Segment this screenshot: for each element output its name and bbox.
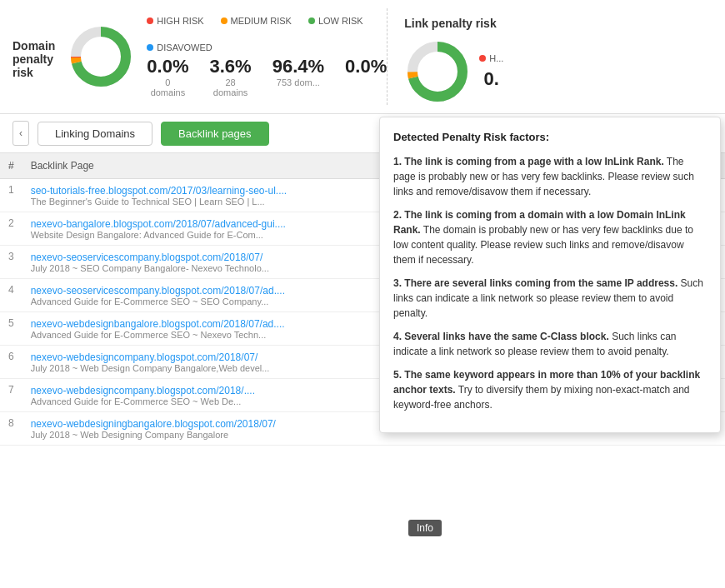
penalty-popup: Detected Penalty Risk factors: 1. The li… xyxy=(379,117,721,433)
backlink-desc: Website Design Bangalore: Advanced Guide… xyxy=(31,230,410,240)
backlink-desc: July 2018 ~ Web Design Company Bangalore… xyxy=(31,363,410,373)
low-risk-dot xyxy=(308,17,315,24)
link-legend-high: H... xyxy=(479,53,503,63)
popup-factors: 1. The link is coming from a page with a… xyxy=(393,154,707,412)
penalty-factor: 5. The same keyword appears in more than… xyxy=(393,367,707,412)
row-number: 4 xyxy=(0,279,22,312)
backlink-page-cell: nexevo-webdesigncompany.blogspot.com/201… xyxy=(22,346,418,379)
col-num: # xyxy=(0,153,22,179)
link-risk-section: Link penalty risk H... 0. xyxy=(387,8,712,105)
high-risk-dot xyxy=(147,17,153,24)
domain-risk-donut xyxy=(68,23,134,90)
info-tooltip: Info xyxy=(408,520,442,536)
tab-linking-domains[interactable]: Linking Domains xyxy=(38,122,152,146)
backlink-url[interactable]: nexevo-webdesigncompany.blogspot.com/201… xyxy=(31,351,258,363)
backlink-desc: Advanced Guide for E-Commerce SEO ~ Nexe… xyxy=(31,330,410,340)
link-risk-title: Link penalty risk xyxy=(404,8,503,34)
factor-number: 3. xyxy=(393,277,404,289)
backlink-page-cell: nexevo-webdesigncompany.blogspot.com/201… xyxy=(22,379,418,412)
domain-risk-stats: 0.0% 0 domains 3.6% 28 domains 96.4% 753… xyxy=(147,56,387,97)
factor-bold: Several links have the same C-Class bloc… xyxy=(404,331,608,342)
factor-number: 4. xyxy=(393,331,404,342)
nav-prev-button[interactable]: ‹ xyxy=(12,121,29,146)
backlink-page-cell: nexevo-seoservicescompany.blogspot.com/2… xyxy=(22,279,418,312)
row-number: 5 xyxy=(0,312,22,346)
backlink-desc: Advanced Guide for E-Commerce SEO ~ Web … xyxy=(31,396,410,406)
backlink-url[interactable]: seo-tutorials-free.blogspot.com/2017/03/… xyxy=(31,185,288,197)
backlink-page-cell: nexevo-webdesignbangalore.blogspot.com/2… xyxy=(22,312,418,346)
backlink-page-cell: nexevo-seoservicescompany.blogspot.com/2… xyxy=(22,246,418,279)
backlink-url[interactable]: nexevo-seoservicescompany.blogspot.com/2… xyxy=(31,285,285,296)
col-page: Backlink Page xyxy=(22,153,418,179)
legend-high-risk: HIGH RISK xyxy=(147,16,203,26)
stat-low: 96.4% 753 dom... xyxy=(272,56,324,97)
factor-bold: The link is coming from a page with a lo… xyxy=(404,156,663,167)
backlink-desc: July 2018 ~ SEO Company Bangalore- Nexev… xyxy=(31,263,410,273)
medium-risk-dot xyxy=(221,17,228,24)
legend-low-risk: LOW RISK xyxy=(308,16,363,26)
penalty-factor: 1. The link is coming from a page with a… xyxy=(393,154,707,199)
row-number: 7 xyxy=(0,379,22,412)
domain-risk-info: HIGH RISK MEDIUM RISK LOW RISK DISAVOWED xyxy=(147,16,387,97)
penalty-factor: 3. There are several links coming from t… xyxy=(393,276,707,321)
stat-disavowed: 0.0% xyxy=(345,56,387,97)
domain-risk-section: Domain penalty risk HIGH RISK MEDIUM RIS… xyxy=(12,8,387,105)
backlink-url[interactable]: nexevo-webdesignbangalore.blogspot.com/2… xyxy=(31,318,285,330)
legend-disavowed: DISAVOWED xyxy=(147,42,212,52)
factor-number: 1. xyxy=(393,156,404,167)
link-stat-main: 0. xyxy=(479,68,503,90)
factor-text: The domain is probably new or has very f… xyxy=(393,224,693,266)
backlink-url[interactable]: nexevo-bangalore.blogspot.com/2018/07/ad… xyxy=(31,218,286,230)
legend-medium-risk: MEDIUM RISK xyxy=(221,16,292,26)
legend-row: HIGH RISK MEDIUM RISK LOW RISK DISAVOWED xyxy=(147,16,387,52)
backlink-page-cell: nexevo-bangalore.blogspot.com/2018/07/ad… xyxy=(22,212,418,246)
link-risk-stats: H... 0. xyxy=(479,53,503,90)
backlink-url[interactable]: nexevo-webdesigningbangalore.blogspot.co… xyxy=(31,418,276,430)
link-high-dot xyxy=(479,55,486,62)
risk-header: Domain penalty risk HIGH RISK MEDIUM RIS… xyxy=(0,0,725,114)
row-number: 6 xyxy=(0,346,22,379)
popup-title: Detected Penalty Risk factors: xyxy=(393,129,707,146)
backlink-desc: The Beginner's Guide to Technical SEO | … xyxy=(31,197,410,207)
stat-high: 0.0% 0 domains xyxy=(147,56,188,97)
row-number: 1 xyxy=(0,179,22,212)
penalty-factor: 2. The link is coming from a domain with… xyxy=(393,207,707,267)
tab-backlink-pages[interactable]: Backlink pages xyxy=(161,122,268,146)
penalty-factor: 4. Several links have the same C-Class b… xyxy=(393,329,707,359)
row-number: 8 xyxy=(0,412,22,446)
factor-number: 2. xyxy=(393,209,404,221)
backlink-url[interactable]: nexevo-seoservicescompany.blogspot.com/2… xyxy=(31,252,263,263)
backlink-desc: July 2018 ~ Web Designing Company Bangal… xyxy=(31,430,410,440)
row-number: 3 xyxy=(0,246,22,279)
factor-number: 5. xyxy=(393,369,404,381)
backlink-url[interactable]: nexevo-webdesigncompany.blogspot.com/201… xyxy=(31,385,255,396)
backlink-page-cell: nexevo-webdesigningbangalore.blogspot.co… xyxy=(22,412,418,446)
link-risk-donut xyxy=(404,38,471,105)
domain-risk-title: Domain penalty risk xyxy=(12,31,55,83)
disavowed-dot xyxy=(147,44,153,51)
row-number: 2 xyxy=(0,212,22,246)
backlink-page-cell: seo-tutorials-free.blogspot.com/2017/03/… xyxy=(22,179,418,212)
factor-bold: There are several links coming from the … xyxy=(404,277,678,289)
backlink-desc: Advanced Guide for E-Commerce SEO ~ SEO … xyxy=(31,296,410,306)
stat-medium: 3.6% 28 domains xyxy=(210,56,252,97)
